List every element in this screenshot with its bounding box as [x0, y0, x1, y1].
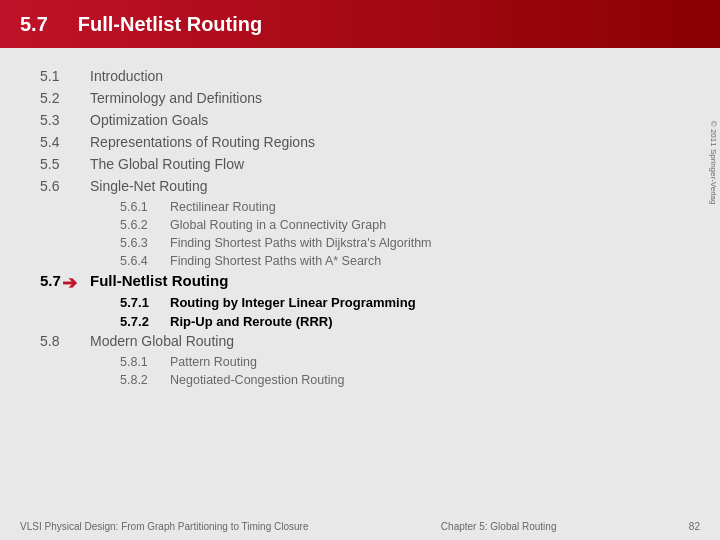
toc-entry-52: 5.2 Terminology and Definitions	[40, 90, 680, 106]
toc-sub-572: 5.7.2 Rip-Up and Reroute (RRR)	[40, 314, 680, 329]
toc-sub-562: 5.6.2 Global Routing in a Connectivity G…	[40, 218, 680, 232]
toc-label-54: Representations of Routing Regions	[90, 134, 315, 150]
toc-sub-582: 5.8.2 Negotiated-Congestion Routing	[40, 373, 680, 387]
toc-sub-571: 5.7.1 Routing by Integer Linear Programm…	[40, 295, 680, 310]
toc-label-56: Single-Net Routing	[90, 178, 208, 194]
toc-sub-581: 5.8.1 Pattern Routing	[40, 355, 680, 369]
toc-sublabel-572: Rip-Up and Reroute (RRR)	[170, 314, 333, 329]
toc-sublabel-571: Routing by Integer Linear Programming	[170, 295, 416, 310]
toc-subnum-571: 5.7.1	[120, 295, 170, 310]
header-section-num: 5.7	[20, 13, 48, 36]
toc-subnum-582: 5.8.2	[120, 373, 170, 387]
toc-sub-563: 5.6.3 Finding Shortest Paths with Dijkst…	[40, 236, 680, 250]
toc-entry-57: 5.7 Full-Netlist Routing	[40, 272, 680, 289]
toc-sublabel-581: Pattern Routing	[170, 355, 257, 369]
footer-right: 82	[689, 521, 700, 532]
toc-label-55: The Global Routing Flow	[90, 156, 244, 172]
footer-left: VLSI Physical Design: From Graph Partiti…	[20, 521, 308, 532]
toc-sublabel-562: Global Routing in a Connectivity Graph	[170, 218, 386, 232]
toc-entry-58: 5.8 Modern Global Routing	[40, 333, 680, 349]
side-copyright: © 2011 Springer-Verlag	[710, 121, 719, 205]
footer-center: Chapter 5: Global Routing	[441, 521, 557, 532]
toc-subnum-572: 5.7.2	[120, 314, 170, 329]
toc-num-52: 5.2	[40, 90, 90, 106]
toc-label-52: Terminology and Definitions	[90, 90, 262, 106]
page-header: 5.7 Full-Netlist Routing	[0, 0, 720, 48]
toc-num-55: 5.5	[40, 156, 90, 172]
toc-label-57: Full-Netlist Routing	[90, 272, 228, 289]
toc-num-58: 5.8	[40, 333, 90, 349]
current-arrow-icon: ➔	[62, 272, 77, 294]
toc-subnum-563: 5.6.3	[120, 236, 170, 250]
toc-num-51: 5.1	[40, 68, 90, 84]
toc-sub-561: 5.6.1 Rectilinear Routing	[40, 200, 680, 214]
toc-sublabel-582: Negotiated-Congestion Routing	[170, 373, 344, 387]
toc-entry-55: 5.5 The Global Routing Flow	[40, 156, 680, 172]
toc-entry-57-row: ➔ 5.7 Full-Netlist Routing	[40, 272, 680, 289]
toc-sub-564: 5.6.4 Finding Shortest Paths with A* Sea…	[40, 254, 680, 268]
toc-sublabel-564: Finding Shortest Paths with A* Search	[170, 254, 381, 268]
toc-num-56: 5.6	[40, 178, 90, 194]
toc-num-53: 5.3	[40, 112, 90, 128]
toc-entry-53: 5.3 Optimization Goals	[40, 112, 680, 128]
toc-num-54: 5.4	[40, 134, 90, 150]
toc-entry-54: 5.4 Representations of Routing Regions	[40, 134, 680, 150]
toc-subnum-564: 5.6.4	[120, 254, 170, 268]
page-footer: VLSI Physical Design: From Graph Partiti…	[0, 521, 720, 532]
toc-label-51: Introduction	[90, 68, 163, 84]
toc-label-53: Optimization Goals	[90, 112, 208, 128]
toc-entry-56: 5.6 Single-Net Routing	[40, 178, 680, 194]
toc-content: 5.1 Introduction 5.2 Terminology and Def…	[0, 48, 720, 411]
header-title: Full-Netlist Routing	[78, 13, 262, 36]
toc-subnum-562: 5.6.2	[120, 218, 170, 232]
toc-subnum-561: 5.6.1	[120, 200, 170, 214]
toc-entry-51: 5.1 Introduction	[40, 68, 680, 84]
toc-sublabel-561: Rectilinear Routing	[170, 200, 276, 214]
toc-subnum-581: 5.8.1	[120, 355, 170, 369]
toc-label-58: Modern Global Routing	[90, 333, 234, 349]
toc-sublabel-563: Finding Shortest Paths with Dijkstra's A…	[170, 236, 432, 250]
